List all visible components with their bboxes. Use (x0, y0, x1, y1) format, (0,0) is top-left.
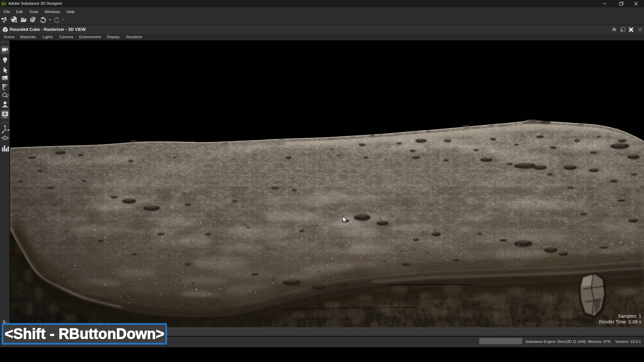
svg-text:Samples: 1: Samples: 1 (618, 313, 641, 319)
svg-text:Render Time: 0.09 s: Render Time: 0.09 s (599, 319, 641, 324)
